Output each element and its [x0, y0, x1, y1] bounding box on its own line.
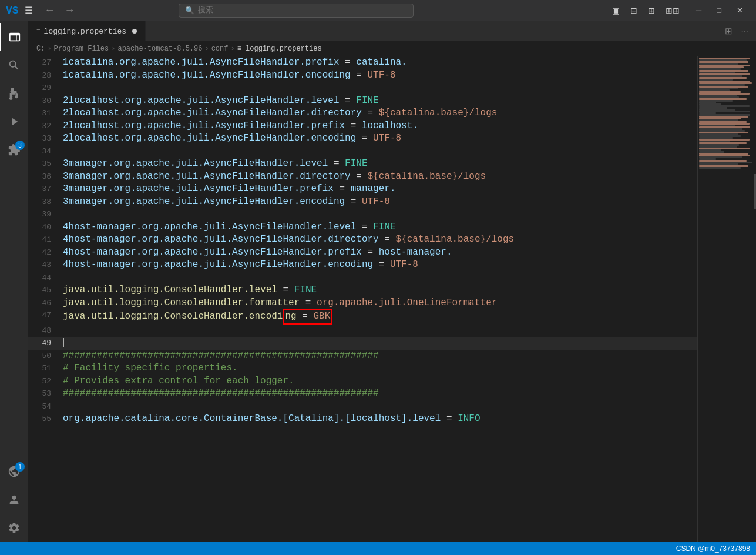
table-row: 53 #####################################… — [28, 387, 697, 400]
code-view: 27 1catalina.org.apache.juli.AsyncFileHa… — [28, 56, 697, 542]
breadcrumb-file[interactable]: ≡ logging.properties — [237, 45, 322, 53]
breadcrumb-c[interactable]: C: — [36, 45, 45, 53]
split-editor-button[interactable]: ⊞ — [722, 25, 735, 38]
table-row: 32 2localhost.org.apache.juli.AsyncFileH… — [28, 120, 697, 133]
table-row: 52 # Provides extra control for each log… — [28, 375, 697, 388]
activity-bar: 3 1 — [0, 21, 28, 542]
activity-item-extensions[interactable]: 3 — [0, 136, 28, 164]
table-row: 40 4host-manager.org.apache.juli.AsyncFi… — [28, 221, 697, 234]
tab-filename: logging.properties — [44, 27, 126, 36]
tab-modified-dot — [132, 29, 137, 34]
vscode-logo: VS — [6, 5, 19, 16]
activity-item-remote[interactable]: 1 — [0, 457, 28, 486]
table-row: 43 4host-manager.org.apache.juli.AsyncFi… — [28, 259, 697, 272]
file-tab[interactable]: ≡ logging.properties — [28, 21, 146, 41]
main-layout: 3 1 ≡ logging.properties ⊞ ··· — [0, 21, 756, 542]
window-controls: ─ □ ✕ — [689, 4, 750, 17]
minimap-slider[interactable] — [754, 174, 756, 209]
breadcrumb: C: › Program Files › apache-tomcat-8.5.9… — [28, 41, 756, 56]
search-bar[interactable]: 🔍 — [179, 4, 414, 18]
layout-button-1[interactable]: ▣ — [609, 4, 623, 17]
table-row: 28 1catalina.org.apache.juli.AsyncFileHa… — [28, 69, 697, 82]
close-button[interactable]: ✕ — [730, 4, 750, 17]
table-row: 49 — [28, 337, 697, 350]
search-input[interactable] — [198, 6, 407, 15]
table-row: 27 1catalina.org.apache.juli.AsyncFileHa… — [28, 56, 697, 69]
titlebar-nav: ← → — [41, 3, 79, 18]
minimize-button[interactable]: ─ — [689, 4, 708, 17]
tab-bar-actions: ⊞ ··· — [722, 21, 756, 41]
table-row: 42 4host-manager.org.apache.juli.AsyncFi… — [28, 246, 697, 259]
table-row: 38 3manager.org.apache.juli.AsyncFileHan… — [28, 196, 697, 209]
table-row: 33 2localhost.org.apache.juli.AsyncFileH… — [28, 132, 697, 145]
tab-bar: ≡ logging.properties ⊞ ··· — [28, 21, 756, 41]
activity-item-explorer[interactable] — [0, 23, 28, 51]
breadcrumb-conf[interactable]: conf — [211, 45, 229, 53]
titlebar: VS ☰ ← → 🔍 ▣ ⊟ ⊞ ⊞⊞ ─ □ ✕ — [0, 0, 756, 21]
tab-file-icon: ≡ — [36, 28, 41, 35]
table-row: 41 4host-manager.org.apache.juli.AsyncFi… — [28, 233, 697, 246]
table-row: 30 2localhost.org.apache.juli.AsyncFileH… — [28, 95, 697, 108]
extensions-badge: 3 — [15, 141, 25, 150]
table-row: 36 3manager.org.apache.juli.AsyncFileHan… — [28, 170, 697, 183]
nav-forward-button[interactable]: → — [61, 3, 79, 18]
table-row: 51 # Facility specific properties. — [28, 362, 697, 375]
table-row: 39 — [28, 208, 697, 221]
table-row: 45 java.util.logging.ConsoleHandler.leve… — [28, 284, 697, 297]
table-row: 31 2localhost.org.apache.juli.AsyncFileH… — [28, 107, 697, 120]
table-row: 29 — [28, 82, 697, 95]
search-icon: 🔍 — [185, 6, 194, 15]
breadcrumb-program-files[interactable]: Program Files — [54, 45, 109, 53]
maximize-button[interactable]: □ — [710, 4, 728, 17]
activity-item-settings[interactable] — [0, 514, 28, 542]
layout-button-2[interactable]: ⊟ — [627, 4, 641, 17]
editor-area: ≡ logging.properties ⊞ ··· C: › Program … — [28, 21, 756, 542]
more-actions-button[interactable]: ··· — [738, 25, 751, 37]
titlebar-right-actions: ▣ ⊟ ⊞ ⊞⊞ — [609, 4, 683, 17]
watermark-text: CSDN @m0_73737898 — [676, 544, 750, 553]
activity-item-search[interactable] — [0, 51, 28, 79]
menu-icon[interactable]: ☰ — [25, 5, 33, 16]
status-bar: CSDN @m0_73737898 — [0, 542, 756, 555]
table-row: 50 #####################################… — [28, 350, 697, 363]
breadcrumb-tomcat[interactable]: apache-tomcat-8.5.96 — [117, 45, 202, 53]
activity-item-accounts[interactable] — [0, 486, 28, 514]
remote-badge: 1 — [15, 462, 25, 472]
table-row: 55 org.apache.catalina.core.ContainerBas… — [28, 413, 697, 426]
layout-button-3[interactable]: ⊞ — [644, 4, 658, 17]
highlight-encoding: ng = GBK — [283, 309, 332, 325]
code-editor[interactable]: 27 1catalina.org.apache.juli.AsyncFileHa… — [28, 56, 756, 542]
minimap-content — [698, 56, 756, 170]
table-row: 48 — [28, 325, 697, 337]
activity-item-source-control[interactable] — [0, 79, 28, 108]
table-row: 46 java.util.logging.ConsoleHandler.form… — [28, 297, 697, 310]
table-row: 47 java.util.logging.ConsoleHandler.enco… — [28, 309, 697, 325]
table-row: 37 3manager.org.apache.juli.AsyncFileHan… — [28, 183, 697, 196]
nav-back-button[interactable]: ← — [41, 3, 59, 18]
table-row: 44 — [28, 272, 697, 285]
minimap — [697, 56, 756, 542]
table-row: 35 3manager.org.apache.juli.AsyncFileHan… — [28, 158, 697, 170]
layout-button-4[interactable]: ⊞⊞ — [662, 4, 683, 17]
table-row: 54 — [28, 400, 697, 413]
table-row: 34 — [28, 145, 697, 158]
activity-item-run[interactable] — [0, 108, 28, 136]
